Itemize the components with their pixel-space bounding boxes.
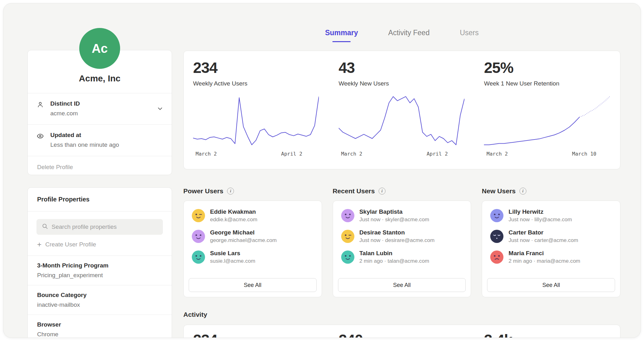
create-user-profile-button[interactable]: + Create User Profile <box>37 241 162 248</box>
axis-start-label: March 2 <box>341 151 362 157</box>
axis-end-label: March 10 <box>572 151 596 157</box>
avatar <box>192 230 205 243</box>
axis-start-label: March 2 <box>196 151 217 157</box>
user-name: George Michael <box>210 229 277 236</box>
power-users-section: Power Users i Eddie Kwakman eddie.k@acme… <box>183 187 322 297</box>
recent-users-card: Skylar Baptista Just now · skyler@acme.c… <box>333 201 471 297</box>
user-name: Maria Franci <box>508 250 580 257</box>
user-name: Susie Lars <box>210 250 255 257</box>
see-all-button[interactable]: See All <box>189 278 317 292</box>
updated-at-label: Updated at <box>50 132 162 139</box>
stat-value: 25% <box>484 59 620 76</box>
activity-stat: 3.4k <box>484 331 620 338</box>
tab-activity-feed[interactable]: Activity Feed <box>388 29 430 42</box>
delete-profile-button[interactable]: Delete Profile <box>28 156 172 178</box>
tab-users[interactable]: Users <box>460 29 479 42</box>
recent-users-section: Recent Users i Skylar Baptista Just now … <box>333 187 471 297</box>
stat-value: 43 <box>339 59 475 76</box>
user-name: Talan Lubin <box>359 250 429 257</box>
power-users-card: Eddie Kwakman eddie.k@acme.com George Mi… <box>183 201 322 297</box>
user-meta: eddie.k@acme.com <box>210 217 258 223</box>
user-meta: george.michael@acme.com <box>210 237 277 244</box>
avatar <box>341 209 354 222</box>
avatar <box>490 250 503 264</box>
user-name: Eddie Kwakman <box>210 208 258 215</box>
activity-title: Activity <box>183 311 207 318</box>
weekly-new-users-chart <box>339 94 464 147</box>
chart-axis: March 2 March 10 <box>484 151 610 158</box>
activity-stat: 240 <box>339 331 475 338</box>
stat-retention: 25% Week 1 New User Retention March 2 Ma… <box>475 51 620 169</box>
user-row[interactable]: Eddie Kwakman eddie.k@acme.com <box>184 205 322 226</box>
new-users-card: Lilly Herwitz Just now · lilly@acme.com … <box>482 201 620 297</box>
avatar <box>341 230 354 243</box>
chevron-down-icon[interactable] <box>157 105 164 113</box>
user-sections: Power Users i Eddie Kwakman eddie.k@acme… <box>183 187 620 297</box>
info-icon[interactable]: i <box>379 188 386 195</box>
property-value: Pricing_plan_experiment <box>37 272 162 279</box>
user-name: Skylar Baptista <box>359 208 429 215</box>
property-row[interactable]: Browser Chrome <box>28 315 172 338</box>
see-all-button[interactable]: See All <box>487 278 615 292</box>
property-row[interactable]: 3-Month Pricing Program Pricing_plan_exp… <box>28 256 172 285</box>
user-meta: 2 min ago · talan@acme.com <box>359 258 429 264</box>
user-name: Desirae Stanton <box>359 229 435 236</box>
distinct-id-label: Distinct ID <box>50 100 162 107</box>
property-row[interactable]: Bounce Category inactive-mailbox <box>28 285 172 315</box>
new-users-section: New Users i Lilly Herwitz Just now · lil… <box>482 187 620 297</box>
property-search[interactable] <box>36 219 163 235</box>
power-users-title: Power Users <box>183 187 223 195</box>
search-icon <box>42 223 48 231</box>
updated-at-row: Updated at Less than one minute ago <box>28 124 172 156</box>
company-name: Acme, Inc <box>28 74 172 93</box>
activity-card: 234 240 3.4k <box>183 325 620 338</box>
info-icon[interactable]: i <box>519 188 526 195</box>
updated-at-value: Less than one minute ago <box>50 141 162 148</box>
user-meta: 2 min ago · maria@acme.com <box>508 258 580 264</box>
stat-weekly-active-users: 234 Weekly Active Users March 2 April 2 <box>184 51 329 169</box>
chart-axis: March 2 April 2 <box>193 151 319 158</box>
stat-weekly-new-users: 43 Weekly New Users March 2 April 2 <box>329 51 475 169</box>
avatar <box>192 250 205 264</box>
property-label: Browser <box>37 321 162 328</box>
user-meta: Just now · lilly@acme.com <box>508 217 572 223</box>
distinct-id-value: acme.com <box>50 110 162 117</box>
property-label: 3-Month Pricing Program <box>37 262 162 269</box>
stat-value: 234 <box>193 59 329 76</box>
avatar <box>341 250 354 264</box>
user-row[interactable]: Susie Lars susie.l@acme.com <box>184 247 322 267</box>
new-users-title: New Users <box>482 187 515 195</box>
property-value: inactive-mailbox <box>37 301 162 308</box>
user-row[interactable]: Talan Lubin 2 min ago · talan@acme.com <box>333 247 471 267</box>
tab-summary[interactable]: Summary <box>325 29 358 42</box>
user-meta: Just now · carter@acme.com <box>508 237 578 244</box>
user-row[interactable]: Maria Franci 2 min ago · maria@acme.com <box>482 247 620 267</box>
stat-label: Week 1 New User Retention <box>484 80 620 87</box>
activity-stat: 234 <box>193 331 329 338</box>
axis-start-label: March 2 <box>486 151 508 157</box>
user-meta: Just now · desirare@acme.com <box>359 237 435 244</box>
user-row[interactable]: Desirae Stanton Just now · desirare@acme… <box>333 226 471 247</box>
avatar <box>490 230 503 243</box>
info-icon[interactable]: i <box>227 188 234 195</box>
main-tabs: Summary Activity Feed Users <box>183 29 620 42</box>
company-avatar: Ac <box>79 28 120 69</box>
property-value: Chrome <box>37 331 162 338</box>
person-icon <box>36 101 44 110</box>
profile-properties-card: Profile Properties + Create User Profile… <box>27 187 172 338</box>
distinct-id-row[interactable]: Distinct ID acme.com <box>28 93 172 124</box>
property-label: Bounce Category <box>37 292 162 299</box>
recent-users-title: Recent Users <box>333 187 375 195</box>
user-row[interactable]: Carter Bator Just now · carter@acme.com <box>482 226 620 247</box>
search-input[interactable] <box>52 223 158 230</box>
eye-icon <box>36 132 44 141</box>
user-name: Lilly Herwitz <box>508 208 572 215</box>
user-meta: Just now · skyler@acme.com <box>359 217 429 223</box>
avatar <box>192 209 205 222</box>
chart-axis: March 2 April 2 <box>339 151 464 158</box>
axis-end-label: April 2 <box>427 151 448 157</box>
user-row[interactable]: Skylar Baptista Just now · skyler@acme.c… <box>333 205 471 226</box>
see-all-button[interactable]: See All <box>338 278 466 292</box>
user-row[interactable]: George Michael george.michael@acme.com <box>184 226 322 247</box>
user-row[interactable]: Lilly Herwitz Just now · lilly@acme.com <box>482 205 620 226</box>
